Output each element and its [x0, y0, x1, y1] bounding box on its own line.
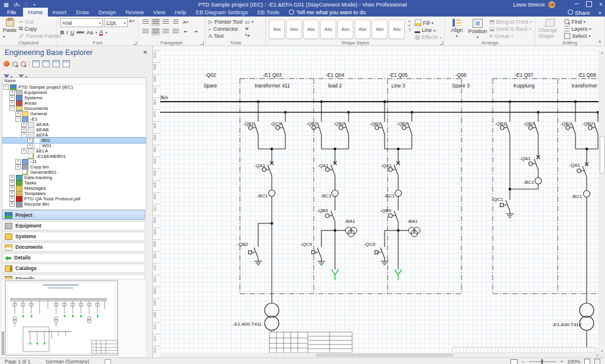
- strikethrough-button[interactable]: abc: [77, 30, 84, 35]
- tree-item-general-b01-[interactable]: +General/B01.: [2, 170, 146, 175]
- scroll-down-icon[interactable]: ▾: [599, 349, 605, 353]
- close-button[interactable]: ×: [599, 1, 603, 8]
- tab-insert[interactable]: Insert: [48, 8, 71, 17]
- font-dialog-launcher[interactable]: [133, 41, 136, 45]
- paste-button[interactable]: Paste ▾: [3, 18, 17, 39]
- shape-style-tile[interactable]: Abc: [372, 20, 388, 39]
- tree-item--e1[interactable]: −-E1: [2, 116, 146, 122]
- expand-icon[interactable]: +: [15, 159, 21, 164]
- macro-icon[interactable]: [105, 359, 111, 364]
- expand-icon[interactable]: +: [21, 122, 27, 127]
- tab-home[interactable]: Home: [23, 8, 47, 17]
- search-icon[interactable]: [12, 61, 18, 67]
- zoom-slider-knob[interactable]: [541, 359, 543, 364]
- bring-to-front-button[interactable]: ⬒ Bring to Front ▾: [489, 18, 532, 25]
- expand-icon[interactable]: +: [27, 138, 32, 143]
- align-bottom-icon[interactable]: [161, 18, 170, 26]
- tree-column-header[interactable]: Name: [2, 78, 146, 84]
- position-button[interactable]: Position▾: [468, 18, 487, 39]
- drawing-page[interactable]: 50kA-Q02Spare-E1 Q03transformer 411-E1 Q…: [160, 50, 600, 353]
- style-more-icon[interactable]: ⊽: [408, 28, 411, 32]
- style-up-icon[interactable]: ▴: [408, 18, 411, 22]
- tree-item-templates[interactable]: +Templates: [2, 191, 146, 196]
- horizontal-scrollbar[interactable]: ▸: [160, 353, 599, 358]
- vertical-scroll-thumb[interactable]: [600, 136, 605, 174]
- expand-icon[interactable]: +: [21, 148, 27, 154]
- page-indicator[interactable]: Page 1 of 1: [5, 359, 30, 364]
- collapse-ribbon-icon[interactable]: ∧: [598, 39, 601, 44]
- change-case-button[interactable]: Aa: [86, 30, 93, 35]
- bold-button[interactable]: B: [60, 30, 64, 35]
- align-left-icon[interactable]: [141, 28, 150, 35]
- search-remove-icon[interactable]: [21, 61, 26, 67]
- horizontal-scroll-thumb[interactable]: [315, 353, 453, 357]
- align-middle-icon[interactable]: [151, 18, 160, 26]
- underline-button[interactable]: U: [70, 30, 74, 35]
- tab-eb-tools[interactable]: EB Tools: [252, 8, 284, 17]
- line-button[interactable]: Line ▾: [415, 27, 441, 33]
- tab-draw[interactable]: Draw: [71, 8, 93, 17]
- font-size-select[interactable]: 12pt.▾: [104, 18, 128, 27]
- collapse-icon[interactable]: −: [21, 132, 27, 138]
- shape-style-tile[interactable]: Abc: [269, 20, 285, 39]
- zoom-in-icon[interactable]: +: [560, 359, 563, 364]
- expand-icon[interactable]: +: [9, 95, 15, 100]
- view-grid-icon[interactable]: [32, 60, 40, 67]
- tree-item--ela[interactable]: +&ELA: [2, 148, 146, 154]
- nav-button-equipment[interactable]: Equipment: [2, 221, 145, 230]
- fullscreen-icon[interactable]: [594, 359, 600, 364]
- change-shape-button[interactable]: Change Shape: [538, 18, 562, 39]
- grow-font-icon[interactable]: A˄: [129, 18, 135, 27]
- font-color-button[interactable]: A: [99, 30, 103, 35]
- paragraph-dialog-launcher[interactable]: [200, 41, 204, 45]
- minimize-button[interactable]: [574, 4, 579, 4]
- presentation-mode-icon[interactable]: [510, 359, 518, 364]
- bullets-icon[interactable]: [171, 18, 180, 26]
- view-report-icon[interactable]: [63, 60, 70, 67]
- tab-design[interactable]: Design: [94, 8, 121, 17]
- view-table-icon[interactable]: [43, 60, 50, 67]
- collapse-icon[interactable]: −: [15, 116, 21, 122]
- align-button[interactable]: Align▾: [448, 18, 466, 39]
- tree-item-equipment[interactable]: +Equipment: [2, 90, 146, 95]
- send-to-back-button[interactable]: ⬓ Send to Back ▾: [489, 25, 532, 32]
- text-tool-button[interactable]: A Text: [209, 32, 242, 39]
- tree-item-tasks[interactable]: +Tasks: [2, 180, 146, 186]
- expand-icon[interactable]: +: [15, 111, 21, 116]
- style-down-icon[interactable]: ▾: [408, 23, 411, 27]
- tree-item-recycle-bin[interactable]: +Recycle Bin: [2, 202, 146, 207]
- expand-icon[interactable]: +: [9, 100, 15, 106]
- expand-icon[interactable]: +: [9, 202, 15, 207]
- expand-icon[interactable]: +: [9, 196, 15, 202]
- tree-item-systems[interactable]: +Systems: [2, 95, 146, 100]
- shape-style-tile[interactable]: Abc: [320, 20, 336, 39]
- expand-icon[interactable]: +: [15, 164, 21, 170]
- tree-item-messages[interactable]: +Messages: [2, 186, 146, 191]
- format-painter-button[interactable]: 🖉 Format Painter: [19, 32, 61, 39]
- vertical-scrollbar[interactable]: ▴ ▾: [599, 50, 605, 353]
- layers-button[interactable]: Layers ▾: [564, 25, 591, 32]
- nav-button-project[interactable]: Project: [2, 210, 145, 220]
- tree-item-w01[interactable]: +W01: [2, 143, 146, 148]
- tab-file[interactable]: File: [0, 8, 23, 17]
- shape-style-tile[interactable]: Abc: [337, 20, 353, 39]
- scroll-right-icon[interactable]: ▸: [597, 353, 599, 358]
- tab-help[interactable]: Help: [170, 8, 191, 17]
- zoom-out-icon[interactable]: −: [522, 359, 525, 364]
- expand-icon[interactable]: +: [9, 175, 15, 180]
- pointer-tool-button[interactable]: ▷ Pointer Tool: [209, 18, 242, 25]
- zoom-slider[interactable]: [529, 361, 556, 362]
- expand-icon[interactable]: +: [9, 90, 15, 95]
- page-thumbnail[interactable]: [2, 279, 145, 357]
- tab-view[interactable]: View: [148, 8, 170, 17]
- view-form-icon[interactable]: [53, 60, 60, 67]
- tree-item--eab[interactable]: +&EAB: [2, 127, 146, 132]
- collapse-icon[interactable]: −: [4, 84, 9, 90]
- tree-item--eaa[interactable]: +&EAA: [2, 122, 146, 127]
- zoom-level[interactable]: 100%: [567, 359, 580, 364]
- fill-button[interactable]: Fill ▾: [415, 20, 441, 26]
- tree-item--efa[interactable]: −&EFA: [2, 132, 146, 138]
- expand-icon[interactable]: +: [21, 127, 27, 132]
- font-family-select[interactable]: Arial▾: [60, 18, 103, 27]
- nav-button-documents[interactable]: Documents: [2, 242, 145, 252]
